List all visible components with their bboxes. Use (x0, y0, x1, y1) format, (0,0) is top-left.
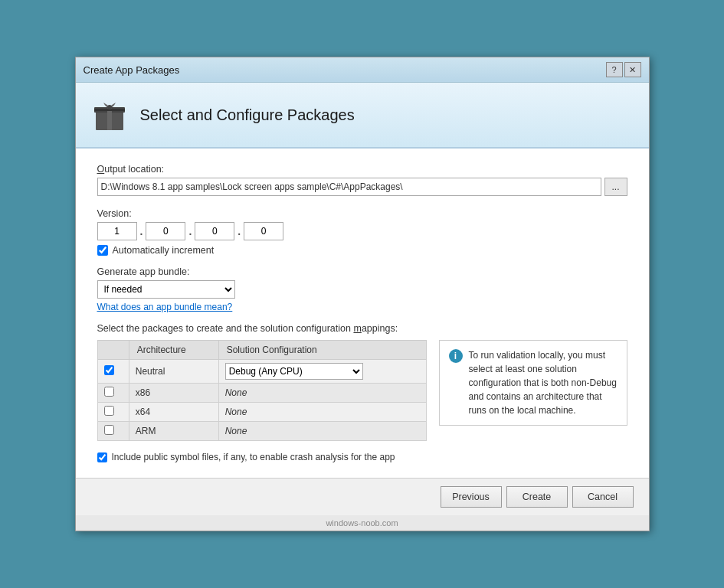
symbol-files-checkbox[interactable] (97, 452, 107, 462)
version-dot-1: . (140, 222, 143, 240)
svg-point-5 (107, 105, 112, 109)
row-arm-check[interactable] (104, 425, 114, 435)
table-cell-check (97, 360, 129, 384)
output-location-input[interactable] (97, 178, 601, 196)
info-box: i To run validation locally, you must se… (439, 340, 627, 426)
version-patch[interactable]: 0 (195, 222, 234, 240)
table-cell-config-none: None (218, 403, 426, 422)
auto-increment-checkbox[interactable] (97, 245, 108, 256)
table-header-config: Solution Configuration (218, 341, 426, 360)
table-cell-config-none: None (218, 384, 426, 403)
version-build[interactable]: 0 (244, 222, 283, 240)
window-title: Create App Packages (84, 64, 180, 76)
packages-section: Select the packages to create and the so… (97, 323, 627, 441)
version-label: Version: (97, 208, 627, 219)
version-minor[interactable]: 0 (146, 222, 185, 240)
table-cell-arch: x86 (129, 384, 218, 403)
table-cell-arch: x64 (129, 403, 218, 422)
packages-label: Select the packages to create and the so… (97, 323, 627, 334)
dialog-window: Create App Packages ? ✕ Select and Confi… (75, 57, 650, 531)
version-fields: 1 . 0 . 0 . 0 (97, 222, 627, 240)
package-icon (91, 96, 128, 133)
bundle-section: Generate app bundle: If needed Always Ne… (97, 266, 627, 312)
packages-layout: Architecture Solution Configuration Neut… (97, 340, 627, 441)
table-row: ARM None (97, 422, 426, 441)
output-row: ... (97, 178, 627, 196)
table-row: x86 None (97, 384, 426, 403)
output-location-label: Output location: (97, 164, 627, 175)
header-section: Select and Configure Packages (76, 83, 649, 149)
table-cell-config: Debug (Any CPU) Release (Any CPU) (218, 360, 426, 384)
footer-bar: Previous Create Cancel (76, 479, 649, 515)
auto-increment-row: Automatically increment (97, 245, 627, 256)
row-x64-check[interactable] (104, 406, 114, 416)
version-major[interactable]: 1 (97, 222, 137, 240)
table-header-check (97, 341, 129, 360)
packages-table-wrapper: Architecture Solution Configuration Neut… (97, 340, 427, 441)
auto-increment-label[interactable]: Automatically increment (113, 245, 215, 256)
bundle-label: Generate app bundle: (97, 266, 627, 277)
title-bar-buttons: ? ✕ (606, 62, 641, 77)
browse-button[interactable]: ... (604, 178, 627, 196)
symbol-files-label[interactable]: Include public symbol files, if any, to … (112, 452, 395, 462)
cancel-button[interactable]: Cancel (572, 486, 634, 508)
info-icon: i (449, 349, 463, 363)
table-cell-arch: ARM (129, 422, 218, 441)
table-cell-config-none: None (218, 422, 426, 441)
table-cell-check (97, 403, 129, 422)
table-cell-arch: Neutral (129, 360, 218, 384)
table-cell-check (97, 384, 129, 403)
bundle-select[interactable]: If needed Always Never (97, 280, 235, 299)
close-button[interactable]: ✕ (624, 62, 641, 77)
symbol-files-row: Include public symbol files, if any, to … (97, 452, 627, 462)
info-text: To run validation locally, you must sele… (469, 348, 618, 417)
neutral-config-select[interactable]: Debug (Any CPU) Release (Any CPU) (225, 363, 363, 380)
create-button[interactable]: Create (506, 486, 568, 508)
bundle-help-link[interactable]: What does an app bundle mean? (97, 302, 233, 312)
header-title: Select and Configure Packages (140, 106, 355, 124)
table-cell-check (97, 422, 129, 441)
watermark: windows-noob.com (76, 515, 649, 531)
version-section: Version: 1 . 0 . 0 . 0 Automatically inc… (97, 208, 627, 256)
previous-button[interactable]: Previous (441, 486, 502, 508)
row-neutral-check[interactable] (104, 365, 114, 375)
table-row: x64 None (97, 403, 426, 422)
version-dot-3: . (238, 222, 241, 240)
table-row: Neutral Debug (Any CPU) Release (Any CPU… (97, 360, 426, 384)
help-button[interactable]: ? (606, 62, 623, 77)
version-dot-2: . (188, 222, 192, 240)
table-header-arch: Architecture (129, 341, 218, 360)
title-bar: Create App Packages ? ✕ (76, 57, 649, 83)
content-area: Output location: ... Version: 1 . 0 . 0 … (76, 149, 649, 479)
output-location-group: Output location: ... (97, 164, 627, 196)
packages-table: Architecture Solution Configuration Neut… (97, 340, 427, 441)
row-x86-check[interactable] (104, 387, 114, 397)
